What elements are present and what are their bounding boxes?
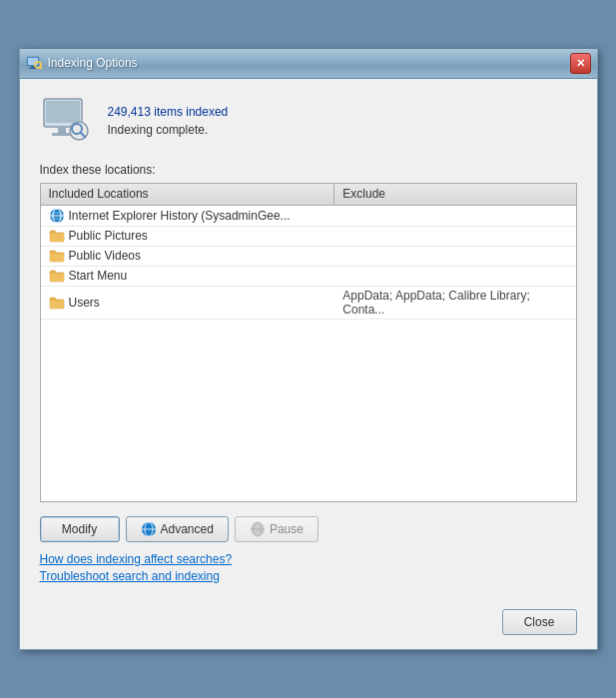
- how-affects-link[interactable]: How does indexing affect searches?: [40, 552, 577, 566]
- folder-icon: [49, 296, 65, 310]
- svg-rect-8: [58, 127, 66, 134]
- column-header-included: Included Locations: [41, 184, 335, 205]
- svg-rect-7: [46, 101, 80, 123]
- cell-location: Start Menu: [41, 267, 335, 285]
- dialog-footer: Close: [20, 609, 597, 649]
- dialog-icon: [26, 55, 42, 71]
- cell-location: Public Videos: [41, 247, 335, 265]
- status-area: 249,413 items indexed Indexing complete.: [40, 95, 577, 147]
- advanced-icon: [141, 521, 157, 537]
- table-row[interactable]: Internet Explorer History (SysadminGee..…: [41, 206, 576, 227]
- locations-label: Index these locations:: [40, 163, 577, 177]
- dialog-body: 249,413 items indexed Indexing complete.…: [20, 79, 597, 609]
- title-bar: Indexing Options ✕: [20, 49, 597, 79]
- locations-table: Included Locations Exclude Internet Expl…: [40, 183, 577, 502]
- pause-button[interactable]: Pause: [235, 516, 318, 542]
- cell-location: Internet Explorer History (SysadminGee..…: [41, 206, 335, 226]
- table-row[interactable]: Users AppData; AppData; Calibre Library;…: [41, 287, 576, 320]
- cell-location: Public Pictures: [41, 227, 335, 245]
- help-links: How does indexing affect searches? Troub…: [40, 552, 577, 583]
- indexing-status-icon: [40, 95, 92, 147]
- indexing-options-dialog: Indexing Options ✕ 249,413 items indexed…: [19, 49, 598, 650]
- folder-icon: [49, 269, 65, 283]
- troubleshoot-link[interactable]: Troubleshoot search and indexing: [40, 569, 577, 583]
- advanced-button[interactable]: Advanced: [126, 516, 229, 542]
- table-row[interactable]: Start Menu: [41, 267, 576, 287]
- svg-rect-3: [29, 68, 37, 69]
- column-header-exclude: Exclude: [334, 184, 575, 205]
- dialog-title: Indexing Options: [48, 56, 138, 70]
- cell-exclude: [334, 214, 575, 218]
- cell-exclude: [334, 274, 575, 278]
- items-count: 249,413 items indexed: [108, 105, 229, 119]
- folder-icon: [49, 229, 65, 243]
- cell-exclude: [334, 254, 575, 258]
- status-text: 249,413 items indexed Indexing complete.: [108, 105, 229, 137]
- status-message: Indexing complete.: [108, 123, 229, 137]
- svg-line-5: [40, 67, 42, 69]
- pause-icon: [250, 521, 266, 537]
- table-body: Internet Explorer History (SysadminGee..…: [41, 206, 576, 320]
- folder-icon: [49, 249, 65, 263]
- ie-icon: [49, 208, 65, 224]
- cell-location: Users: [41, 294, 335, 312]
- table-row[interactable]: Public Videos: [41, 247, 576, 267]
- window-close-button[interactable]: ✕: [570, 53, 591, 74]
- close-button[interactable]: Close: [502, 609, 577, 635]
- cell-exclude: [334, 234, 575, 238]
- table-row[interactable]: Public Pictures: [41, 227, 576, 247]
- svg-rect-1: [28, 58, 38, 65]
- modify-button[interactable]: Modify: [40, 516, 120, 542]
- svg-rect-2: [31, 66, 35, 68]
- action-buttons: Modify Advanced Pause: [40, 516, 577, 542]
- title-bar-left: Indexing Options: [26, 55, 138, 71]
- cell-exclude: AppData; AppData; Calibre Library; Conta…: [334, 287, 575, 319]
- table-header: Included Locations Exclude: [41, 184, 576, 206]
